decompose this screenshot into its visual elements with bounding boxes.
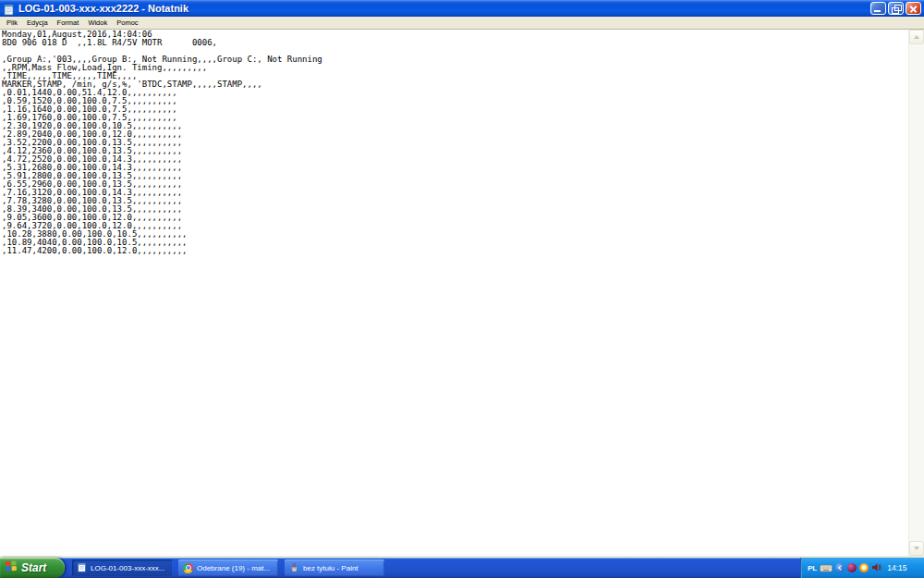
taskbar-task-chrome[interactable]: Odebrane (19) - mat...	[178, 560, 278, 576]
menu-edycja[interactable]: Edycja	[22, 18, 53, 27]
desktop: LOG-01-003-xxx-xxx2222 - Notatnik Plik E…	[0, 0, 924, 578]
notepad-icon	[77, 562, 87, 574]
close-button[interactable]	[906, 2, 921, 15]
scroll-up-button[interactable]	[909, 30, 924, 44]
hide-icons-chevron-icon[interactable]	[835, 563, 845, 572]
menu-format[interactable]: Format	[53, 18, 84, 27]
minimize-button[interactable]	[870, 2, 886, 15]
chrome-icon	[183, 563, 193, 573]
menubar: Plik Edycja Format Widok Pomoc	[0, 17, 924, 29]
restore-button[interactable]	[888, 2, 904, 15]
keyboard-icon[interactable]	[820, 560, 833, 576]
notepad-window: LOG-01-003-xxx-xxx2222 - Notatnik Plik E…	[0, 0, 924, 558]
scroll-down-button[interactable]	[909, 541, 924, 556]
windows-logo-icon	[5, 560, 18, 576]
vertical-scrollbar[interactable]	[908, 30, 924, 556]
taskbar-task-notepad[interactable]: LOG-01-003-xxx-xxx...	[72, 560, 172, 576]
editor-area: Monday,01,August,2016,14:04:06 8D0 906 0…	[0, 29, 924, 558]
start-label: Start	[21, 561, 46, 574]
notepad-icon[interactable]	[3, 3, 15, 15]
arrow-down-icon	[914, 547, 919, 550]
tray-ball-icon[interactable]	[847, 563, 857, 572]
language-indicator[interactable]: PL	[808, 564, 817, 572]
paint-icon	[289, 562, 299, 574]
window-controls	[870, 2, 921, 15]
menu-plik[interactable]: Plik	[2, 18, 22, 27]
window-title: LOG-01-003-xxx-xxx2222 - Notatnik	[18, 3, 870, 14]
system-tray: PL 14:15	[800, 558, 924, 578]
task-label: LOG-01-003-xxx-xxx...	[91, 564, 164, 572]
editor-text[interactable]: Monday,01,August,2016,14:04:06 8D0 906 0…	[2, 31, 907, 556]
menu-widok[interactable]: Widok	[83, 18, 112, 27]
taskbar-task-paint[interactable]: bez tytułu - Paint	[285, 560, 384, 576]
arrow-up-icon	[914, 35, 919, 39]
taskbar: Start LOG-01-003-xxx-xxx... Odebrane (19…	[0, 558, 924, 578]
tray-orange-icon[interactable]	[859, 563, 869, 572]
volume-icon[interactable]	[871, 560, 881, 576]
titlebar: LOG-01-003-xxx-xxx2222 - Notatnik	[0, 0, 924, 17]
task-label: Odebrane (19) - mat...	[197, 564, 270, 572]
task-label: bez tytułu - Paint	[303, 564, 359, 572]
taskbar-tasks: LOG-01-003-xxx-xxx... Odebrane (19) - ma…	[72, 560, 384, 576]
start-button[interactable]: Start	[0, 558, 65, 578]
clock: 14:15	[887, 563, 906, 572]
menu-pomoc[interactable]: Pomoc	[112, 18, 142, 27]
